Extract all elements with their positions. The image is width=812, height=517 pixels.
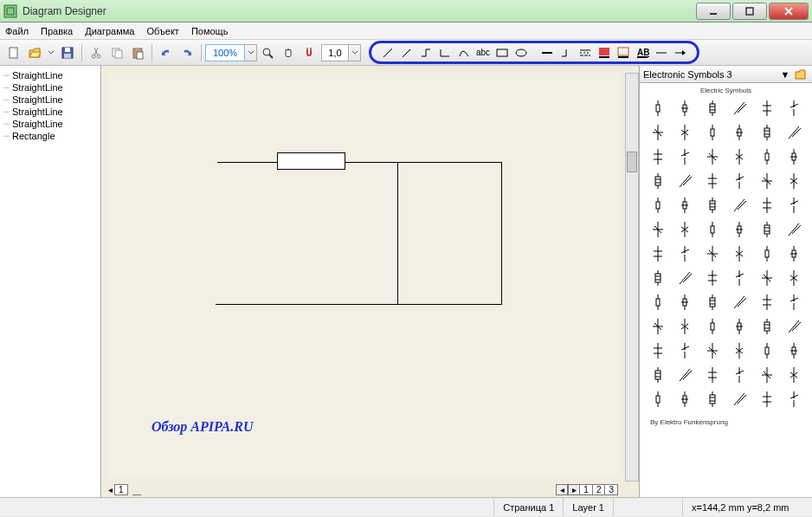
diagram-line[interactable]: [397, 162, 398, 304]
palette-symbol[interactable]: [673, 219, 699, 240]
palette-symbol[interactable]: [699, 219, 725, 240]
palette-body[interactable]: Electric Symbols By Elektro Funkensprung: [640, 83, 812, 497]
palette-symbol[interactable]: [727, 171, 753, 191]
palette-symbol[interactable]: [754, 243, 780, 264]
palette-symbol[interactable]: [699, 146, 725, 167]
textcolor-button[interactable]: AB: [634, 43, 651, 62]
diagram-line[interactable]: [217, 162, 501, 163]
palette-symbol[interactable]: [727, 268, 753, 288]
close-button[interactable]: [769, 3, 809, 20]
palette-symbol[interactable]: [727, 340, 753, 361]
palette-symbol[interactable]: [754, 219, 780, 240]
palette-symbol[interactable]: [727, 389, 753, 410]
palette-symbol[interactable]: [754, 340, 780, 361]
palette-symbol[interactable]: [782, 146, 808, 167]
palette-symbol[interactable]: [699, 195, 725, 216]
cut-button[interactable]: [87, 43, 106, 62]
palette-symbol[interactable]: [645, 219, 671, 240]
connector1-tool[interactable]: [417, 43, 435, 62]
layer-prev[interactable]: ◂: [556, 484, 568, 495]
diagram-rect[interactable]: [277, 152, 345, 170]
arrow-tool[interactable]: [398, 43, 416, 62]
palette-symbol[interactable]: [645, 340, 671, 361]
palette-symbol[interactable]: [645, 122, 671, 143]
palette-symbol[interactable]: [754, 146, 780, 167]
palette-symbol[interactable]: [782, 365, 808, 385]
palette-name[interactable]: Electronic Symbols 3: [643, 69, 779, 80]
palette-symbol[interactable]: [645, 389, 671, 410]
palette-symbol[interactable]: [645, 316, 671, 337]
palette-symbol[interactable]: [645, 146, 671, 167]
palette-symbol[interactable]: [645, 365, 671, 385]
palette-symbol[interactable]: [754, 122, 780, 143]
new-button[interactable]: [4, 43, 23, 62]
palette-symbol[interactable]: [645, 171, 671, 191]
maximize-button[interactable]: [732, 3, 767, 20]
palette-symbol[interactable]: [782, 268, 808, 288]
dash-button[interactable]: [577, 43, 594, 62]
palette-symbol[interactable]: [782, 195, 808, 216]
paste-button[interactable]: [128, 43, 147, 62]
redo-button[interactable]: [177, 43, 197, 62]
snap-value[interactable]: 1,0: [321, 44, 349, 61]
palette-symbol[interactable]: [645, 268, 671, 288]
menu-object[interactable]: Объект: [146, 26, 178, 36]
menu-diagram[interactable]: Диаграмма: [85, 26, 134, 36]
zoom-dropdown[interactable]: [245, 44, 257, 61]
palette-symbol[interactable]: [673, 122, 699, 143]
palette-symbol[interactable]: [673, 98, 699, 119]
tree-item[interactable]: StraightLine: [3, 94, 97, 106]
palette-symbol[interactable]: [754, 268, 780, 288]
palette-symbol[interactable]: [727, 98, 753, 119]
palette-symbol[interactable]: [673, 268, 699, 288]
layer-tab[interactable]: 1: [579, 484, 593, 495]
palette-symbol[interactable]: [782, 243, 808, 264]
palette-symbol[interactable]: [645, 195, 671, 216]
palette-symbol[interactable]: [699, 122, 725, 143]
arrow-end-button[interactable]: [672, 43, 689, 62]
diagram-line[interactable]: [216, 304, 502, 305]
palette-load-button[interactable]: [793, 68, 809, 81]
tree-item[interactable]: StraightLine: [3, 81, 97, 94]
snap-button[interactable]: [300, 43, 319, 62]
tree-item[interactable]: StraightLine: [3, 106, 97, 118]
palette-symbol[interactable]: [727, 146, 753, 167]
palette-symbol[interactable]: [727, 122, 753, 143]
open-button[interactable]: [25, 43, 44, 62]
palette-symbol[interactable]: [699, 243, 725, 264]
open-dropdown[interactable]: [46, 43, 56, 62]
palette-symbol[interactable]: [673, 146, 699, 167]
menu-help[interactable]: Помощь: [191, 26, 229, 36]
undo-button[interactable]: [157, 43, 176, 62]
palette-symbol[interactable]: [754, 365, 780, 385]
palette-symbol[interactable]: [673, 171, 699, 191]
arrow-start-button[interactable]: [653, 43, 670, 62]
tree-item[interactable]: Rectangle: [3, 130, 97, 142]
palette-symbol[interactable]: [673, 365, 699, 385]
canvas[interactable]: Обзор APIPA.RU: [108, 73, 622, 478]
palette-symbol[interactable]: [754, 171, 780, 191]
pan-button[interactable]: [279, 43, 298, 62]
palette-symbol[interactable]: [699, 365, 725, 385]
palette-symbol[interactable]: [782, 171, 808, 191]
palette-symbol[interactable]: [782, 340, 808, 361]
palette-symbol[interactable]: [727, 316, 753, 337]
palette-symbol[interactable]: [782, 389, 808, 410]
canvas-area[interactable]: Обзор APIPA.RU ◂ 1 ◂ ▸ 1 2 3: [101, 66, 639, 497]
linewidth-button[interactable]: [538, 43, 556, 62]
palette-symbol[interactable]: [673, 243, 699, 264]
palette-symbol[interactable]: [673, 316, 699, 337]
palette-symbol[interactable]: [754, 195, 780, 216]
palette-symbol[interactable]: [699, 292, 725, 313]
palette-symbol[interactable]: [699, 340, 725, 361]
palette-symbol[interactable]: [754, 292, 780, 313]
palette-symbol[interactable]: [645, 243, 671, 264]
zoom-input[interactable]: 100%: [205, 44, 245, 61]
copy-button[interactable]: [107, 43, 126, 62]
palette-symbol[interactable]: [727, 219, 753, 240]
linestyle-button[interactable]: [557, 43, 575, 62]
curve-tool[interactable]: [455, 43, 473, 62]
palette-symbol[interactable]: [727, 365, 753, 385]
palette-symbol[interactable]: [782, 292, 808, 313]
palette-symbol[interactable]: [782, 219, 808, 240]
